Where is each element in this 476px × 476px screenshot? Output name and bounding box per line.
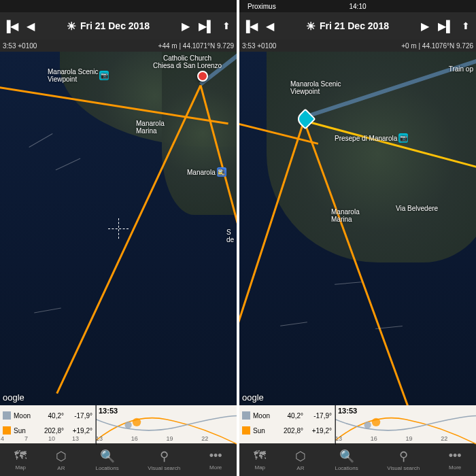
elevation: +44 m xyxy=(158,42,177,50)
date-display[interactable]: ☀ Fri 21 Dec 2018 xyxy=(306,20,389,33)
tab-ar[interactable]: ⬡AR xyxy=(56,449,67,471)
date-text: Fri 21 Dec 2018 xyxy=(320,20,389,31)
tab-map[interactable]: 🗺Map xyxy=(254,449,266,471)
status-bar xyxy=(0,0,237,12)
red-pin[interactable] xyxy=(197,71,208,82)
poi-viewpoint[interactable]: Manarola Scenic Viewpoint📷 xyxy=(48,68,109,83)
tab-locations[interactable]: 🔍Locations xyxy=(335,449,358,471)
timeline-ticks: 13 16 19 22 xyxy=(335,435,476,442)
google-attribution: oogle xyxy=(242,392,264,403)
crosshair-icon xyxy=(108,218,129,239)
poi-marina[interactable]: Manarola Marina xyxy=(136,120,165,135)
next-icon[interactable]: ▶ xyxy=(178,20,193,33)
poi-sd: S de xyxy=(226,228,234,243)
tab-map[interactable]: 🗺Map xyxy=(14,449,27,471)
cube-icon: ⬡ xyxy=(56,449,67,464)
last-icon[interactable]: ▶▌ xyxy=(199,20,214,33)
timeline-ticks: 13 16 19 22 xyxy=(96,435,237,442)
date-text: Fri 21 Dec 2018 xyxy=(80,20,150,31)
share-icon[interactable]: ⬆ xyxy=(219,20,234,31)
google-attribution: oogle xyxy=(3,392,24,403)
sun-icon: ☀ xyxy=(306,20,316,33)
info-bar: 3:53 +0100 +0 m | 44.1076°N 9.726 xyxy=(239,39,476,52)
camera-icon: 📷 xyxy=(99,71,109,80)
clock: 14:10 xyxy=(349,3,366,10)
info-bar: 3:53 +0100 +44 m | 44.1071°N 9.729 xyxy=(0,39,237,52)
search-icon: 🔍 xyxy=(100,449,115,464)
sun-swatch xyxy=(242,426,250,435)
tab-locations[interactable]: 🔍Locations xyxy=(95,449,118,471)
tab-visual-search[interactable]: ⚲Visual search xyxy=(387,449,420,471)
ephemeris-panel: Moon 40,2° -17,9° Sun 202,8° +19,2° 13:5… xyxy=(239,405,476,443)
ephemeris-timeline[interactable]: 13:53 13 16 19 22 4 7 10 xyxy=(95,405,237,443)
ephemeris-timeline[interactable]: 13:53 13 16 19 22 xyxy=(335,405,476,443)
bottom-nav: 🗺Map ⬡AR 🔍Locations ⚲Visual search •••Mo… xyxy=(239,443,476,476)
map-icon: 🗺 xyxy=(14,449,27,463)
map-icon: 🗺 xyxy=(254,449,266,463)
status-bar: Proximus 14:10 xyxy=(239,0,476,12)
more-icon: ••• xyxy=(209,449,222,463)
ephemeris-panel: Moon 40,2° -17,9° Sun 202,8° +19,2° 13:5… xyxy=(0,405,237,443)
more-icon: ••• xyxy=(449,449,462,463)
elevation: +0 m xyxy=(401,42,417,50)
visual-search-icon: ⚲ xyxy=(399,449,408,464)
moon-row: Moon 40,2° -17,9° xyxy=(242,408,332,423)
prev-icon[interactable]: ◀ xyxy=(23,20,38,33)
share-icon[interactable]: ⬆ xyxy=(458,20,473,31)
tab-ar[interactable]: ⬡AR xyxy=(295,449,306,471)
map-area[interactable]: Manarola Scenic Viewpoint📷 Catholic Chur… xyxy=(0,52,237,405)
tab-more[interactable]: •••More xyxy=(449,449,462,471)
date-bar: ▐◀ ◀ ☀ Fri 21 Dec 2018 ▶ ▶▌ ⬆ xyxy=(239,12,476,39)
poi-belvedere[interactable]: Via Belvedere xyxy=(396,205,438,212)
moon-swatch xyxy=(242,411,250,420)
sun-icon: ☀ xyxy=(67,20,76,33)
date-display[interactable]: ☀ Fri 21 Dec 2018 xyxy=(67,20,150,33)
carrier: Proximus xyxy=(248,3,276,10)
search-icon: 🔍 xyxy=(339,449,354,464)
camera-icon: 📷 xyxy=(398,133,408,143)
svg-point-4 xyxy=(364,422,371,428)
poi-church[interactable]: Catholic Church Chiesa di San Lorenzo xyxy=(153,54,222,69)
cube-icon: ⬡ xyxy=(295,449,306,464)
tab-visual-search[interactable]: ⚲Visual search xyxy=(148,449,180,471)
poi-train[interactable]: Train op xyxy=(449,65,473,73)
poi-marina[interactable]: Manarola Marina xyxy=(331,208,360,223)
poi-viewpoint[interactable]: Manarola Scenic Viewpoint xyxy=(290,80,341,95)
prev-icon[interactable]: ◀ xyxy=(262,20,277,33)
poi-presepe[interactable]: Presepe di Manarola📷 xyxy=(335,133,408,143)
ephemeris-table: Moon 40,2° -17,9° Sun 202,8° +19,2° xyxy=(239,405,335,443)
left-pane: ▐◀ ◀ ☀ Fri 21 Dec 2018 ▶ ▶▌ ⬆ 3:53 +0100… xyxy=(0,0,237,476)
sun-swatch xyxy=(3,426,11,435)
moon-row: Moon 40,2° -17,9° xyxy=(3,408,92,423)
next-icon[interactable]: ▶ xyxy=(418,20,432,33)
moon-swatch xyxy=(3,411,11,420)
svg-point-1 xyxy=(124,422,131,428)
bottom-nav: 🗺Map ⬡AR 🔍Locations ⚲Visual search •••Mo… xyxy=(0,443,237,476)
visual-search-icon: ⚲ xyxy=(160,449,169,464)
last-icon[interactable]: ▶▌ xyxy=(438,20,453,33)
first-icon[interactable]: ▐◀ xyxy=(3,20,18,33)
coordinates: 44.1071°N 9.729 xyxy=(183,42,234,50)
svg-point-3 xyxy=(372,418,380,426)
date-bar: ▐◀ ◀ ☀ Fri 21 Dec 2018 ▶ ▶▌ ⬆ xyxy=(0,12,237,39)
poi-station[interactable]: Manarola🚉 xyxy=(187,167,226,177)
svg-point-0 xyxy=(133,418,141,426)
map-area[interactable]: Manarola Scenic Viewpoint Presepe di Man… xyxy=(239,52,476,405)
local-time: 3:53 +0100 xyxy=(3,42,37,50)
first-icon[interactable]: ▐◀ xyxy=(242,20,257,33)
tab-more[interactable]: •••More xyxy=(209,449,222,471)
coordinates: 44.1076°N 9.726 xyxy=(422,42,473,50)
train-icon: 🚉 xyxy=(217,167,226,177)
sun-row: Sun 202,8° +19,2° xyxy=(242,423,332,438)
local-time: 3:53 +0100 xyxy=(242,42,276,50)
right-pane: Proximus 14:10 ▐◀ ◀ ☀ Fri 21 Dec 2018 ▶ … xyxy=(239,0,476,476)
